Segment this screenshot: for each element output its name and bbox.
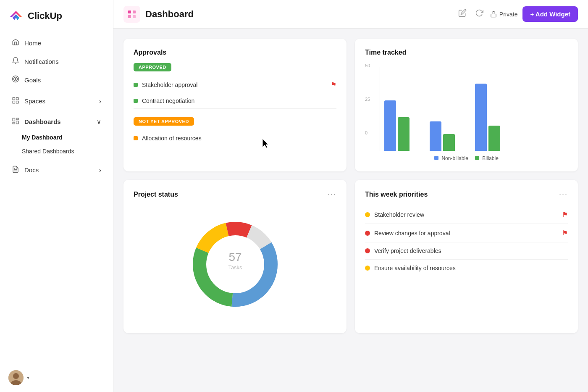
bar-group-1: [384, 100, 410, 151]
bar-group-5: [475, 84, 500, 151]
svg-rect-10: [16, 118, 18, 120]
legend-non-billable-label: Non-billable: [441, 155, 468, 161]
svg-rect-19: [133, 11, 136, 13]
priority-flag-2: ⚑: [562, 229, 568, 237]
priorities-title: This week priorities: [365, 191, 428, 198]
bar-group-3: [430, 121, 455, 151]
approval-item-resources: Allocation of resources: [134, 131, 336, 146]
docs-icon: [12, 166, 19, 174]
sidebar-nav: Home Notifications Goals Spaces ›: [0, 30, 113, 182]
svg-rect-5: [13, 97, 15, 100]
y-label-0: 0: [365, 130, 368, 135]
not-approved-badge: NOT YET APPROVED: [134, 117, 194, 126]
approvals-widget: Approvals APPROVED Stakeholder approval …: [123, 39, 346, 171]
add-widget-button[interactable]: + Add Widget: [522, 6, 578, 22]
sidebar-item-my-dashboard[interactable]: My Dashboard: [3, 131, 110, 144]
refresh-icon-button[interactable]: [473, 7, 485, 21]
bar-green-3: [443, 134, 455, 151]
sidebar-item-home[interactable]: Home: [3, 34, 110, 52]
sidebar-item-notifications[interactable]: Notifications: [3, 53, 110, 71]
priority-item-ensure-availability: Ensure availability of resources: [365, 260, 568, 276]
legend-billable: Billable: [475, 155, 499, 161]
priority-dot-red-2: [365, 231, 370, 236]
approval-item-contract: Contract negotiation: [134, 93, 336, 109]
priorities-more-button[interactable]: ···: [559, 190, 568, 199]
svg-rect-22: [491, 14, 496, 17]
logo-area: ClickUp: [0, 0, 113, 30]
y-label-25: 25: [365, 97, 370, 102]
home-icon: [12, 38, 19, 48]
donut-chart-svg: 57 Tasks: [185, 214, 286, 315]
priority-text-3: Verify project deliverables: [374, 247, 441, 254]
docs-chevron-icon: ›: [99, 166, 101, 174]
spaces-icon: [12, 97, 19, 105]
approval-item-stakeholder: Stakeholder approval ⚑: [134, 76, 336, 93]
svg-rect-21: [133, 15, 136, 18]
sidebar-item-goals-label: Goals: [24, 76, 41, 84]
bell-icon: [12, 57, 19, 66]
sidebar-item-goals[interactable]: Goals: [3, 71, 110, 89]
dashboards-chevron-icon: ∨: [97, 118, 101, 126]
svg-point-4: [15, 79, 16, 80]
priorities-header: This week priorities ···: [365, 190, 568, 199]
not-approved-dot: [134, 136, 138, 140]
legend-dot-non-billable: [434, 156, 438, 160]
private-button[interactable]: Private: [490, 11, 518, 18]
priority-text-4: Ensure availability of resources: [374, 265, 456, 271]
approved-badge: APPROVED: [134, 63, 171, 71]
edit-icon-button[interactable]: [457, 7, 468, 21]
dashboard-icon-box: [123, 6, 140, 23]
bar-blue-3: [430, 121, 441, 151]
donut-center-label: Tasks: [228, 264, 242, 271]
sidebar-item-home-label: Home: [24, 39, 41, 47]
svg-rect-20: [128, 15, 131, 18]
svg-rect-8: [16, 101, 18, 103]
sidebar-item-dashboards[interactable]: Dashboards ∨: [3, 113, 110, 130]
project-status-more-button[interactable]: ···: [328, 190, 336, 199]
sidebar-item-docs-label: Docs: [24, 166, 39, 174]
approval-text-contract: Contract negotiation: [142, 97, 194, 104]
sidebar-item-shared-dashboards-label: Shared Dashboards: [22, 148, 74, 155]
logo-text: ClickUp: [28, 11, 62, 21]
goals-icon: [12, 75, 19, 85]
approved-dot-2: [134, 99, 138, 103]
sidebar: ClickUp Home Notifications Goals: [0, 0, 113, 392]
project-status-title: Project status: [134, 191, 178, 198]
avatar-chevron-icon[interactable]: ▾: [27, 375, 29, 381]
project-status-header: Project status ···: [134, 190, 336, 199]
priority-dot-yellow-4: [365, 266, 370, 271]
sidebar-item-shared-dashboards[interactable]: Shared Dashboards: [3, 145, 110, 158]
approvals-title: Approvals: [134, 49, 336, 56]
spaces-chevron-icon: ›: [99, 97, 101, 105]
time-tracked-widget: Time tracked 50 25 0: [355, 39, 578, 171]
dashboard-grid: Approvals APPROVED Stakeholder approval …: [113, 29, 588, 343]
svg-rect-9: [13, 118, 15, 121]
sidebar-item-notifications-label: Notifications: [24, 58, 59, 65]
svg-point-16: [13, 373, 19, 379]
avatar[interactable]: [8, 370, 24, 385]
approval-text-stakeholder: Stakeholder approval: [142, 82, 197, 88]
priority-dot-yellow-1: [365, 212, 370, 217]
sidebar-item-docs[interactable]: Docs ›: [3, 161, 110, 179]
dashboards-icon: [12, 117, 19, 126]
priority-text-2: Review changes for approval: [374, 230, 450, 237]
bar-green-5: [488, 126, 500, 151]
flag-icon-stakeholder: ⚑: [331, 81, 336, 89]
private-label: Private: [499, 11, 518, 18]
svg-rect-18: [128, 11, 131, 13]
priority-item-review-changes: Review changes for approval ⚑: [365, 224, 568, 242]
top-bar: Dashboard Private + Add Widget: [113, 0, 588, 29]
svg-point-2: [13, 76, 19, 82]
sidebar-item-spaces[interactable]: Spaces ›: [3, 92, 110, 110]
bar-chart: [380, 67, 568, 151]
dashboard-grid-icon: [127, 9, 137, 19]
main-content: Dashboard Private + Add Widget Approvals…: [113, 0, 588, 392]
sidebar-item-my-dashboard-label: My Dashboard: [22, 134, 62, 141]
donut-center-number: 57: [228, 250, 242, 263]
priority-item-verify-deliverables: Verify project deliverables: [365, 242, 568, 260]
svg-rect-6: [16, 97, 18, 100]
page-title: Dashboard: [145, 9, 452, 20]
bar-blue-1: [384, 100, 396, 151]
top-bar-actions: Private + Add Widget: [457, 6, 578, 22]
bar-blue-5: [475, 84, 487, 151]
